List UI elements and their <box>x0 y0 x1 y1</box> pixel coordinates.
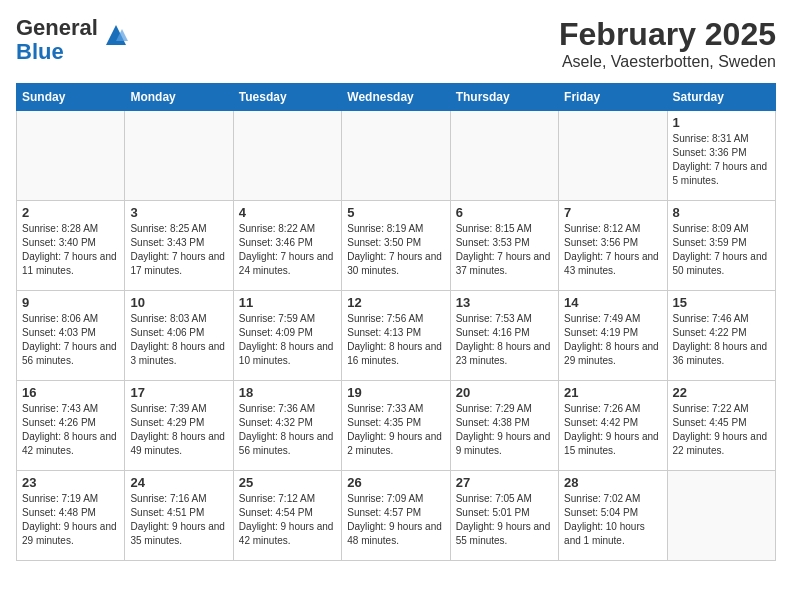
day-info: Sunrise: 7:53 AM Sunset: 4:16 PM Dayligh… <box>456 312 553 368</box>
calendar-cell: 24Sunrise: 7:16 AM Sunset: 4:51 PM Dayli… <box>125 471 233 561</box>
day-number: 3 <box>130 205 227 220</box>
calendar-cell: 22Sunrise: 7:22 AM Sunset: 4:45 PM Dayli… <box>667 381 775 471</box>
calendar-cell: 25Sunrise: 7:12 AM Sunset: 4:54 PM Dayli… <box>233 471 341 561</box>
calendar-cell: 20Sunrise: 7:29 AM Sunset: 4:38 PM Dayli… <box>450 381 558 471</box>
calendar-cell: 12Sunrise: 7:56 AM Sunset: 4:13 PM Dayli… <box>342 291 450 381</box>
day-number: 18 <box>239 385 336 400</box>
day-info: Sunrise: 8:03 AM Sunset: 4:06 PM Dayligh… <box>130 312 227 368</box>
calendar-cell <box>233 111 341 201</box>
day-info: Sunrise: 8:19 AM Sunset: 3:50 PM Dayligh… <box>347 222 444 278</box>
day-info: Sunrise: 7:26 AM Sunset: 4:42 PM Dayligh… <box>564 402 661 458</box>
day-info: Sunrise: 8:12 AM Sunset: 3:56 PM Dayligh… <box>564 222 661 278</box>
calendar-cell <box>125 111 233 201</box>
logo-blue: Blue <box>16 39 64 64</box>
calendar-cell <box>450 111 558 201</box>
day-info: Sunrise: 8:31 AM Sunset: 3:36 PM Dayligh… <box>673 132 770 188</box>
day-info: Sunrise: 7:39 AM Sunset: 4:29 PM Dayligh… <box>130 402 227 458</box>
day-number: 6 <box>456 205 553 220</box>
calendar-cell: 15Sunrise: 7:46 AM Sunset: 4:22 PM Dayli… <box>667 291 775 381</box>
day-number: 22 <box>673 385 770 400</box>
weekday-header: Monday <box>125 84 233 111</box>
month-title: February 2025 <box>559 16 776 53</box>
day-number: 20 <box>456 385 553 400</box>
weekday-header: Sunday <box>17 84 125 111</box>
day-info: Sunrise: 7:12 AM Sunset: 4:54 PM Dayligh… <box>239 492 336 548</box>
day-number: 15 <box>673 295 770 310</box>
calendar-cell: 2Sunrise: 8:28 AM Sunset: 3:40 PM Daylig… <box>17 201 125 291</box>
day-number: 24 <box>130 475 227 490</box>
calendar-cell: 23Sunrise: 7:19 AM Sunset: 4:48 PM Dayli… <box>17 471 125 561</box>
weekday-header: Friday <box>559 84 667 111</box>
calendar-cell: 28Sunrise: 7:02 AM Sunset: 5:04 PM Dayli… <box>559 471 667 561</box>
calendar-cell: 11Sunrise: 7:59 AM Sunset: 4:09 PM Dayli… <box>233 291 341 381</box>
header: General Blue February 2025 Asele, Vaeste… <box>16 16 776 71</box>
calendar-cell: 14Sunrise: 7:49 AM Sunset: 4:19 PM Dayli… <box>559 291 667 381</box>
weekday-header: Tuesday <box>233 84 341 111</box>
logo-icon <box>102 21 130 49</box>
calendar-week-row: 1Sunrise: 8:31 AM Sunset: 3:36 PM Daylig… <box>17 111 776 201</box>
day-number: 21 <box>564 385 661 400</box>
weekday-header-row: SundayMondayTuesdayWednesdayThursdayFrid… <box>17 84 776 111</box>
day-info: Sunrise: 8:06 AM Sunset: 4:03 PM Dayligh… <box>22 312 119 368</box>
day-info: Sunrise: 7:43 AM Sunset: 4:26 PM Dayligh… <box>22 402 119 458</box>
day-number: 17 <box>130 385 227 400</box>
calendar-cell: 8Sunrise: 8:09 AM Sunset: 3:59 PM Daylig… <box>667 201 775 291</box>
day-number: 1 <box>673 115 770 130</box>
day-number: 23 <box>22 475 119 490</box>
location-title: Asele, Vaesterbotten, Sweden <box>559 53 776 71</box>
calendar-cell: 5Sunrise: 8:19 AM Sunset: 3:50 PM Daylig… <box>342 201 450 291</box>
day-info: Sunrise: 7:02 AM Sunset: 5:04 PM Dayligh… <box>564 492 661 548</box>
calendar-cell: 16Sunrise: 7:43 AM Sunset: 4:26 PM Dayli… <box>17 381 125 471</box>
day-info: Sunrise: 7:09 AM Sunset: 4:57 PM Dayligh… <box>347 492 444 548</box>
calendar-cell: 27Sunrise: 7:05 AM Sunset: 5:01 PM Dayli… <box>450 471 558 561</box>
day-info: Sunrise: 7:22 AM Sunset: 4:45 PM Dayligh… <box>673 402 770 458</box>
calendar-week-row: 2Sunrise: 8:28 AM Sunset: 3:40 PM Daylig… <box>17 201 776 291</box>
day-number: 28 <box>564 475 661 490</box>
day-number: 13 <box>456 295 553 310</box>
day-number: 25 <box>239 475 336 490</box>
day-info: Sunrise: 8:22 AM Sunset: 3:46 PM Dayligh… <box>239 222 336 278</box>
calendar-cell: 13Sunrise: 7:53 AM Sunset: 4:16 PM Dayli… <box>450 291 558 381</box>
calendar-week-row: 23Sunrise: 7:19 AM Sunset: 4:48 PM Dayli… <box>17 471 776 561</box>
day-number: 10 <box>130 295 227 310</box>
calendar-cell: 6Sunrise: 8:15 AM Sunset: 3:53 PM Daylig… <box>450 201 558 291</box>
logo-general: General <box>16 15 98 40</box>
day-info: Sunrise: 8:15 AM Sunset: 3:53 PM Dayligh… <box>456 222 553 278</box>
calendar-cell <box>342 111 450 201</box>
calendar-week-row: 16Sunrise: 7:43 AM Sunset: 4:26 PM Dayli… <box>17 381 776 471</box>
day-info: Sunrise: 8:09 AM Sunset: 3:59 PM Dayligh… <box>673 222 770 278</box>
day-info: Sunrise: 8:28 AM Sunset: 3:40 PM Dayligh… <box>22 222 119 278</box>
day-number: 26 <box>347 475 444 490</box>
calendar-cell: 10Sunrise: 8:03 AM Sunset: 4:06 PM Dayli… <box>125 291 233 381</box>
day-info: Sunrise: 8:25 AM Sunset: 3:43 PM Dayligh… <box>130 222 227 278</box>
calendar-cell: 4Sunrise: 8:22 AM Sunset: 3:46 PM Daylig… <box>233 201 341 291</box>
day-info: Sunrise: 7:56 AM Sunset: 4:13 PM Dayligh… <box>347 312 444 368</box>
day-info: Sunrise: 7:36 AM Sunset: 4:32 PM Dayligh… <box>239 402 336 458</box>
calendar-cell: 19Sunrise: 7:33 AM Sunset: 4:35 PM Dayli… <box>342 381 450 471</box>
day-info: Sunrise: 7:16 AM Sunset: 4:51 PM Dayligh… <box>130 492 227 548</box>
calendar-cell: 7Sunrise: 8:12 AM Sunset: 3:56 PM Daylig… <box>559 201 667 291</box>
calendar-cell <box>17 111 125 201</box>
calendar-cell: 21Sunrise: 7:26 AM Sunset: 4:42 PM Dayli… <box>559 381 667 471</box>
day-number: 16 <box>22 385 119 400</box>
calendar-cell: 1Sunrise: 8:31 AM Sunset: 3:36 PM Daylig… <box>667 111 775 201</box>
calendar-cell <box>559 111 667 201</box>
calendar-cell: 3Sunrise: 8:25 AM Sunset: 3:43 PM Daylig… <box>125 201 233 291</box>
day-number: 7 <box>564 205 661 220</box>
calendar-cell: 9Sunrise: 8:06 AM Sunset: 4:03 PM Daylig… <box>17 291 125 381</box>
day-number: 19 <box>347 385 444 400</box>
day-info: Sunrise: 7:59 AM Sunset: 4:09 PM Dayligh… <box>239 312 336 368</box>
day-info: Sunrise: 7:49 AM Sunset: 4:19 PM Dayligh… <box>564 312 661 368</box>
weekday-header: Saturday <box>667 84 775 111</box>
calendar-cell: 17Sunrise: 7:39 AM Sunset: 4:29 PM Dayli… <box>125 381 233 471</box>
day-number: 9 <box>22 295 119 310</box>
calendar-cell: 26Sunrise: 7:09 AM Sunset: 4:57 PM Dayli… <box>342 471 450 561</box>
day-number: 14 <box>564 295 661 310</box>
weekday-header: Wednesday <box>342 84 450 111</box>
day-number: 27 <box>456 475 553 490</box>
day-number: 11 <box>239 295 336 310</box>
calendar-cell <box>667 471 775 561</box>
calendar-cell: 18Sunrise: 7:36 AM Sunset: 4:32 PM Dayli… <box>233 381 341 471</box>
day-info: Sunrise: 7:19 AM Sunset: 4:48 PM Dayligh… <box>22 492 119 548</box>
day-number: 2 <box>22 205 119 220</box>
